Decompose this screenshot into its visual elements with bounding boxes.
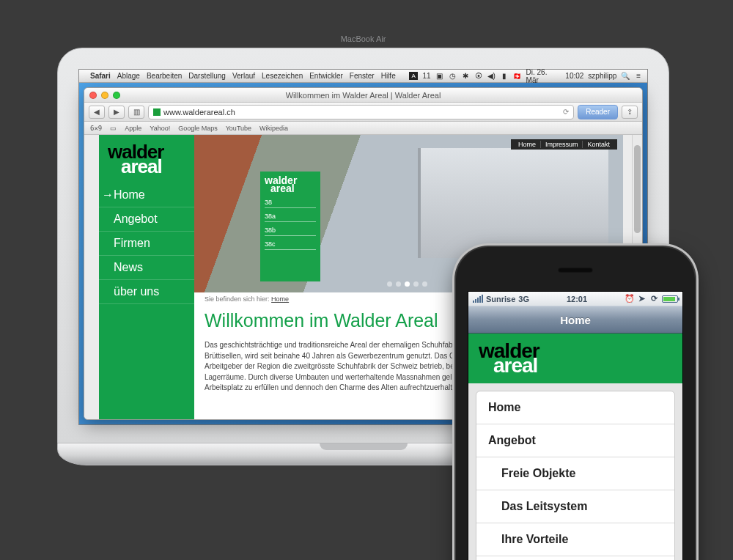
nav-item-firmen[interactable]: Firmen (99, 232, 194, 256)
menubar-item[interactable]: Darstellung (188, 72, 226, 80)
forward-button[interactable]: ▶ (108, 106, 125, 119)
dropbox-icon[interactable]: ▣ (435, 72, 444, 81)
close-window-button[interactable] (89, 92, 97, 99)
url-text: www.walderareal.ch (163, 108, 235, 117)
reader-button[interactable]: Reader (578, 105, 618, 119)
window-title: Willkommen im Walder Areal | Walder Area… (286, 91, 441, 100)
location-icon: ➤ (637, 294, 647, 303)
bookmark-link[interactable]: Apple (125, 125, 141, 132)
bookmark-link[interactable]: Google Maps (178, 125, 218, 132)
tab-grid-button[interactable]: 6✕9 (90, 125, 102, 132)
sign-row: 38b (265, 225, 316, 236)
alarm-icon: ⏰ (625, 294, 634, 303)
scrollbar-thumb[interactable] (634, 145, 641, 233)
notification-center-icon[interactable]: ≡ (634, 72, 643, 81)
menubar-app-name[interactable]: Safari (90, 72, 111, 80)
ios-navbar: Home (468, 306, 682, 334)
breadcrumb-link[interactable]: Home (271, 295, 289, 303)
signal-icon (473, 295, 483, 303)
nav-item-news[interactable]: News (99, 256, 194, 280)
spotlight-icon[interactable]: 🔍 (621, 72, 630, 81)
adobe-icon[interactable]: A (409, 72, 419, 80)
menu-item-home[interactable]: Home (476, 391, 674, 424)
header-links: Home Impressum Kontakt (511, 139, 617, 150)
menu-item-vorteile[interactable]: Ihre Vorteile (476, 523, 674, 556)
hero-building (418, 148, 608, 258)
flag-icon[interactable]: 🇨🇭 (513, 72, 522, 81)
bookmarks-bar: 6✕9 ▭ Apple Yahoo! Google Maps YouTube W… (84, 122, 642, 135)
menubar-item[interactable]: Ablage (117, 72, 140, 80)
bookmarks-button[interactable]: ▥ (128, 106, 144, 119)
sign-logo-line2: areal (270, 184, 316, 194)
volume-icon[interactable]: ◀) (487, 72, 496, 81)
menubar-time[interactable]: 10:02 (565, 72, 583, 80)
menubar-item[interactable]: Bearbeiten (147, 72, 182, 80)
nav-item-home[interactable]: Home (99, 183, 194, 207)
breadcrumb-prefix: Sie befinden sich hier: (205, 295, 270, 303)
mobile-logo[interactable]: walder areal (468, 334, 682, 383)
network-label: 3G (518, 295, 529, 303)
menu-item-angebot[interactable]: Angebot (476, 424, 674, 457)
bookmark-link[interactable]: Wikipedia (259, 125, 288, 132)
battery-icon[interactable]: ▮ (500, 72, 509, 81)
macbook-brand-label: MacBook Air (341, 34, 386, 43)
url-field[interactable]: www.walderareal.ch ⟳ (148, 105, 574, 119)
sign-row: 38 (265, 197, 316, 208)
nav-item-ueberuns[interactable]: über uns (99, 280, 194, 304)
logo-line2: areal (121, 155, 185, 178)
menubar-item[interactable]: Hilfe (381, 72, 396, 80)
iphone-device: Sunrise 3G 12:01 ⏰ ➤ ⟳ Home walder areal (456, 247, 695, 560)
iphone-screen: Sunrise 3G 12:01 ⏰ ➤ ⟳ Home walder areal (468, 291, 683, 560)
ios-statusbar: Sunrise 3G 12:01 ⏰ ➤ ⟳ (468, 292, 682, 306)
zoom-window-button[interactable] (113, 92, 120, 99)
nav-item-angebot[interactable]: Angebot (99, 207, 194, 232)
time-machine-icon[interactable]: ◷ (448, 72, 457, 81)
favicon-icon (153, 108, 161, 116)
status-time: 12:01 (567, 295, 587, 303)
minimize-window-button[interactable] (101, 92, 108, 99)
wifi-icon[interactable]: ⦿ (474, 72, 483, 81)
bluetooth-icon[interactable]: ✱ (461, 72, 470, 81)
menubar-item[interactable]: Verlauf (232, 72, 255, 80)
safari-toolbar: ◀ ▶ ▥ www.walderareal.ch ⟳ Reader ⇪ (84, 103, 642, 122)
menubar-user[interactable]: szphilipp (588, 72, 616, 80)
bookmark-link[interactable]: YouTube (226, 125, 251, 132)
notification-count[interactable]: 11 (422, 72, 430, 80)
sidebar: Home Angebot Firmen News über uns (99, 179, 194, 419)
iphone-speaker (558, 268, 593, 273)
sign-row: 38c (265, 239, 316, 250)
menu-item-leitsystem[interactable]: Das Leitsystem (476, 490, 674, 523)
bookmark-link[interactable]: Yahoo! (150, 125, 170, 132)
navbar-title: Home (560, 314, 591, 326)
header-link-kontakt[interactable]: Kontakt (582, 141, 614, 148)
rotation-lock-icon: ⟳ (649, 294, 659, 303)
back-button[interactable]: ◀ (89, 106, 105, 119)
battery-icon (662, 295, 678, 303)
mobile-page: walder areal Home Angebot Freie Objekte … (468, 334, 682, 560)
iphone-body: Sunrise 3G 12:01 ⏰ ➤ ⟳ Home walder areal (456, 247, 695, 560)
carrier-label: Sunrise (486, 295, 515, 303)
menubar-status-area: A 11 ▣ ◷ ✱ ⦿ ◀) ▮ 🇨🇭 Di. 26. Mär 10:02 s… (409, 68, 643, 84)
menubar-date[interactable]: Di. 26. Mär (526, 68, 561, 84)
slideshow-dots[interactable] (387, 281, 427, 287)
share-button[interactable]: ⇪ (622, 106, 638, 119)
reading-list-icon[interactable]: ▭ (110, 125, 117, 132)
header-link-impressum[interactable]: Impressum (540, 141, 583, 148)
header-link-home[interactable]: Home (514, 141, 540, 148)
menubar-item[interactable]: Fenster (350, 72, 375, 80)
safari-titlebar[interactable]: Willkommen im Walder Areal | Walder Area… (84, 88, 642, 103)
menubar-item[interactable]: Lesezeichen (262, 72, 303, 80)
hero-sign: walder areal 38 38a 38b 38c (260, 172, 320, 281)
sidebar-nav: Home Angebot Firmen News über uns (99, 179, 194, 304)
mobile-menu: Home Angebot Freie Objekte Das Leitsyste… (476, 391, 675, 560)
macos-menubar: Safari Ablage Bearbeiten Darstellung Ver… (79, 70, 647, 83)
site-logo[interactable]: walder areal (99, 135, 194, 183)
menubar-item[interactable]: Entwickler (309, 72, 343, 80)
sign-row: 38a (265, 211, 316, 222)
logo-line2: areal (493, 354, 672, 377)
menu-item-firmen[interactable]: Firmen (476, 556, 674, 560)
menu-item-freie-objekte[interactable]: Freie Objekte (476, 457, 674, 490)
reload-icon[interactable]: ⟳ (563, 108, 569, 116)
